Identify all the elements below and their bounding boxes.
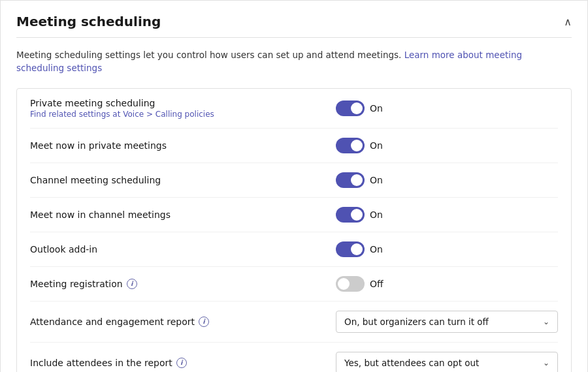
setting-row-outlook-add-in: Outlook add-in On (30, 232, 558, 267)
toggle-status: On (370, 140, 388, 151)
chevron-down-icon: ⌄ (543, 358, 549, 367)
description-text: Meeting scheduling settings let you cont… (16, 48, 572, 75)
panel-header: Meeting scheduling ∧ (16, 14, 572, 38)
setting-control: On, but organizers can turn it off ⌄ (336, 311, 558, 333)
setting-control: Yes, but attendees can opt out ⌄ (336, 352, 558, 373)
private-meeting-scheduling-toggle[interactable] (336, 101, 365, 116)
setting-label-group: Meeting registration i (30, 279, 137, 289)
chevron-down-icon: ⌄ (543, 317, 549, 326)
attendance-engagement-dropdown[interactable]: On, but organizers can turn it off ⌄ (336, 311, 558, 333)
setting-label: Include attendees in the report i (30, 358, 187, 368)
setting-label: Channel meeting scheduling (30, 175, 161, 185)
toggle-wrapper: On (336, 138, 388, 153)
page-title: Meeting scheduling (16, 14, 161, 29)
meet-now-private-toggle[interactable] (336, 138, 365, 153)
setting-row-meet-now-channel: Meet now in channel meetings On (30, 198, 558, 232)
meeting-scheduling-panel: Meeting scheduling ∧ Meeting scheduling … (0, 0, 588, 372)
setting-row-meet-now-private: Meet now in private meetings On (30, 129, 558, 163)
toggle-thumb (351, 140, 363, 151)
toggle-wrapper: Off (336, 276, 388, 292)
toggle-wrapper: On (336, 207, 388, 223)
toggle-wrapper: On (336, 101, 388, 116)
toggle-thumb (338, 278, 350, 290)
setting-label: Meet now in private meetings (30, 140, 167, 151)
toggle-thumb (351, 243, 363, 255)
setting-label: Attendance and engagement report i (30, 317, 209, 327)
setting-label-group: Meet now in channel meetings (30, 209, 171, 220)
setting-label-group: Include attendees in the report i (30, 358, 187, 368)
toggle-status: On (370, 209, 388, 220)
meet-now-channel-toggle[interactable] (336, 207, 365, 223)
dropdown-value: On, but organizers can turn it off (344, 317, 489, 327)
toggle-thumb (351, 209, 363, 221)
setting-label: Meet now in channel meetings (30, 209, 171, 220)
toggle-thumb (351, 174, 363, 186)
outlook-add-in-toggle[interactable] (336, 241, 365, 257)
setting-row-channel-meeting-scheduling: Channel meeting scheduling On (30, 163, 558, 198)
include-attendees-dropdown[interactable]: Yes, but attendees can opt out ⌄ (336, 352, 558, 373)
setting-label-group: Attendance and engagement report i (30, 317, 209, 327)
settings-card: Private meeting scheduling Find related … (16, 88, 572, 373)
setting-label-group: Private meeting scheduling Find related … (30, 98, 214, 119)
setting-row-include-attendees-report: Include attendees in the report i Yes, b… (30, 343, 558, 373)
info-icon[interactable]: i (127, 279, 137, 289)
collapse-icon[interactable]: ∧ (564, 16, 572, 28)
setting-row-meeting-registration: Meeting registration i Off (30, 267, 558, 302)
dropdown-value: Yes, but attendees can opt out (344, 358, 479, 368)
setting-row-private-meeting-scheduling: Private meeting scheduling Find related … (30, 89, 558, 129)
setting-label: Private meeting scheduling (30, 98, 214, 108)
setting-label-group: Channel meeting scheduling (30, 175, 161, 185)
info-icon[interactable]: i (176, 358, 187, 368)
channel-meeting-scheduling-toggle[interactable] (336, 172, 365, 188)
setting-control: On (336, 172, 558, 188)
setting-control: On (336, 101, 558, 116)
toggle-thumb (351, 102, 363, 114)
setting-control: On (336, 241, 558, 257)
meeting-registration-toggle[interactable] (336, 276, 365, 292)
description-static: Meeting scheduling settings let you cont… (16, 50, 404, 60)
toggle-status: On (370, 103, 388, 114)
calling-policies-link[interactable]: Find related settings at Voice > Calling… (30, 110, 214, 119)
setting-row-attendance-engagement-report: Attendance and engagement report i On, b… (30, 302, 558, 343)
toggle-status: On (370, 244, 388, 255)
setting-label-group: Outlook add-in (30, 244, 97, 255)
toggle-status: On (370, 175, 388, 185)
setting-control: Off (336, 276, 558, 292)
info-icon[interactable]: i (199, 317, 209, 327)
setting-label-group: Meet now in private meetings (30, 140, 167, 151)
toggle-status: Off (370, 279, 388, 289)
setting-control: On (336, 138, 558, 153)
setting-sublabel: Find related settings at Voice > Calling… (30, 110, 214, 119)
setting-control: On (336, 207, 558, 223)
toggle-wrapper: On (336, 241, 388, 257)
setting-label: Meeting registration i (30, 279, 137, 289)
toggle-wrapper: On (336, 172, 388, 188)
setting-label: Outlook add-in (30, 244, 97, 255)
